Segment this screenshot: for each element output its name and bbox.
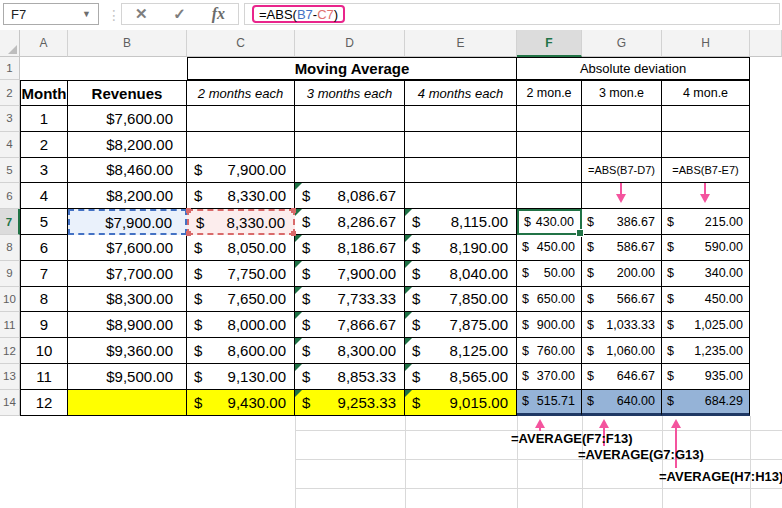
cell-h3[interactable] bbox=[662, 106, 750, 132]
cell-e11[interactable]: $7,875.00 bbox=[405, 312, 517, 338]
cell-a7[interactable]: 5 bbox=[20, 209, 68, 235]
cell-c2[interactable]: 2 months each bbox=[187, 80, 295, 106]
cell-a3[interactable]: 1 bbox=[20, 106, 68, 132]
cell-c10[interactable]: $7,650.00 bbox=[187, 287, 295, 313]
cell-a8[interactable]: 6 bbox=[20, 235, 68, 261]
row-header-1[interactable]: 1 bbox=[0, 57, 20, 80]
cell-d11[interactable]: $7,866.67 bbox=[295, 312, 405, 338]
cell-f10[interactable]: $650.00 bbox=[517, 287, 582, 313]
cell-e6[interactable] bbox=[405, 183, 517, 209]
column-header-f[interactable]: F bbox=[517, 30, 582, 57]
cell-g14[interactable]: $640.00 bbox=[582, 390, 662, 416]
column-header-g[interactable]: G bbox=[582, 30, 662, 57]
row-header-8[interactable]: 8 bbox=[0, 235, 20, 261]
merged-cell-moving-average[interactable]: Moving Average bbox=[187, 57, 517, 80]
cancel-icon[interactable]: ✕ bbox=[135, 4, 148, 24]
cell-h10[interactable]: $450.00 bbox=[662, 287, 750, 313]
cell-c5[interactable]: $7,900.00 bbox=[187, 158, 295, 184]
cell-e10[interactable]: $7,850.00 bbox=[405, 287, 517, 313]
cell-e9[interactable]: $8,040.00 bbox=[405, 261, 517, 287]
cell-e8[interactable]: $8,190.00 bbox=[405, 235, 517, 261]
cell-c3[interactable] bbox=[187, 106, 295, 132]
cell-c7[interactable]: $8,330.00 bbox=[187, 209, 295, 235]
cell-d14[interactable]: $9,253.33 bbox=[295, 390, 405, 416]
cell-g8[interactable]: $586.67 bbox=[582, 235, 662, 261]
cell-b10[interactable]: $8,300.00 bbox=[68, 287, 187, 313]
cell-h14[interactable]: $684.29 bbox=[662, 390, 750, 416]
cell-b2[interactable]: Revenues bbox=[68, 80, 187, 106]
cell-g4[interactable] bbox=[582, 132, 662, 158]
cell-e4[interactable] bbox=[405, 132, 517, 158]
cell-c4[interactable] bbox=[187, 132, 295, 158]
cell-a6[interactable]: 4 bbox=[20, 183, 68, 209]
enter-icon[interactable]: ✓ bbox=[173, 4, 186, 24]
cell-a5[interactable]: 3 bbox=[20, 158, 68, 184]
cell-c11[interactable]: $8,000.00 bbox=[187, 312, 295, 338]
cell-h4[interactable] bbox=[662, 132, 750, 158]
merged-cell-absolute-deviation[interactable]: Absolute deviation bbox=[517, 57, 750, 80]
cell-d4[interactable] bbox=[295, 132, 405, 158]
cell-d8[interactable]: $8,186.67 bbox=[295, 235, 405, 261]
cell-g9[interactable]: $200.00 bbox=[582, 261, 662, 287]
cell-d2[interactable]: 3 months each bbox=[295, 80, 405, 106]
cell-b7[interactable]: $7,900.00 bbox=[68, 209, 187, 235]
cell-d13[interactable]: $8,853.33 bbox=[295, 364, 405, 390]
cell-g11[interactable]: $1,033.33 bbox=[582, 312, 662, 338]
cell-b9[interactable]: $7,700.00 bbox=[68, 261, 187, 287]
cell-b12[interactable]: $9,360.00 bbox=[68, 338, 187, 364]
column-header-d[interactable]: D bbox=[295, 30, 405, 57]
cell-a12[interactable]: 10 bbox=[20, 338, 68, 364]
column-header-b[interactable]: B bbox=[68, 30, 187, 57]
cell-f11[interactable]: $900.00 bbox=[517, 312, 582, 338]
column-header-h[interactable]: H bbox=[662, 30, 750, 57]
insert-function-icon[interactable]: fx bbox=[212, 4, 225, 24]
cell-e3[interactable] bbox=[405, 106, 517, 132]
cell-g3[interactable] bbox=[582, 106, 662, 132]
cell-d5[interactable] bbox=[295, 158, 405, 184]
row-header-7[interactable]: 7 bbox=[0, 209, 20, 235]
cell-d9[interactable]: $7,900.00 bbox=[295, 261, 405, 287]
cell-c6[interactable]: $8,330.00 bbox=[187, 183, 295, 209]
cell-g5-annotation[interactable]: =ABS(B7-D7) bbox=[582, 158, 662, 184]
cell-b11[interactable]: $8,900.00 bbox=[68, 312, 187, 338]
row-header-3[interactable]: 3 bbox=[0, 106, 20, 132]
cell-e7[interactable]: $8,115.00 bbox=[405, 209, 517, 235]
cell-e2[interactable]: 4 months each bbox=[405, 80, 517, 106]
name-box[interactable]: F7 ▼ bbox=[3, 3, 99, 25]
cell-g6-arrow-down-icon[interactable] bbox=[582, 183, 662, 209]
cell-a10[interactable]: 8 bbox=[20, 287, 68, 313]
cell-f9[interactable]: $50.00 bbox=[517, 261, 582, 287]
row-header-14[interactable]: 14 bbox=[0, 390, 20, 416]
cell-g13[interactable]: $646.67 bbox=[582, 364, 662, 390]
cell-h2[interactable]: 4 mon.e bbox=[662, 80, 750, 106]
cell-d6[interactable]: $8,086.67 bbox=[295, 183, 405, 209]
cell-a13[interactable]: 11 bbox=[20, 364, 68, 390]
cell-b6[interactable]: $8,200.00 bbox=[68, 183, 187, 209]
cell-h11[interactable]: $1,025.00 bbox=[662, 312, 750, 338]
cell-f8[interactable]: $450.00 bbox=[517, 235, 582, 261]
cell-h13[interactable]: $935.00 bbox=[662, 364, 750, 390]
cell-d10[interactable]: $7,733.33 bbox=[295, 287, 405, 313]
cell-f13[interactable]: $370.00 bbox=[517, 364, 582, 390]
cell-d3[interactable] bbox=[295, 106, 405, 132]
row-header-5[interactable]: 5 bbox=[0, 158, 20, 184]
cell-b4[interactable]: $8,200.00 bbox=[68, 132, 187, 158]
row-header-4[interactable]: 4 bbox=[0, 132, 20, 158]
column-header-c[interactable]: C bbox=[187, 30, 295, 57]
cell-c14[interactable]: $9,430.00 bbox=[187, 390, 295, 416]
cell-e14[interactable]: $9,015.00 bbox=[405, 390, 517, 416]
row-header-10[interactable]: 10 bbox=[0, 287, 20, 313]
select-all-corner[interactable] bbox=[0, 30, 20, 57]
cell-h9[interactable]: $340.00 bbox=[662, 261, 750, 287]
cell-a4[interactable]: 2 bbox=[20, 132, 68, 158]
cell-e13[interactable]: $8,565.00 bbox=[405, 364, 517, 390]
formula-input[interactable]: =ABS(B7-C7) bbox=[244, 3, 780, 25]
cell-h6-arrow-down-icon[interactable] bbox=[662, 183, 750, 209]
row-header-12[interactable]: 12 bbox=[0, 338, 20, 364]
cell-f12[interactable]: $760.00 bbox=[517, 338, 582, 364]
cell-f14[interactable]: $515.71 bbox=[517, 390, 582, 416]
cell-f6[interactable] bbox=[517, 183, 582, 209]
cell-c8[interactable]: $8,050.00 bbox=[187, 235, 295, 261]
cell-b5[interactable]: $8,460.00 bbox=[68, 158, 187, 184]
cell-c12[interactable]: $8,600.00 bbox=[187, 338, 295, 364]
